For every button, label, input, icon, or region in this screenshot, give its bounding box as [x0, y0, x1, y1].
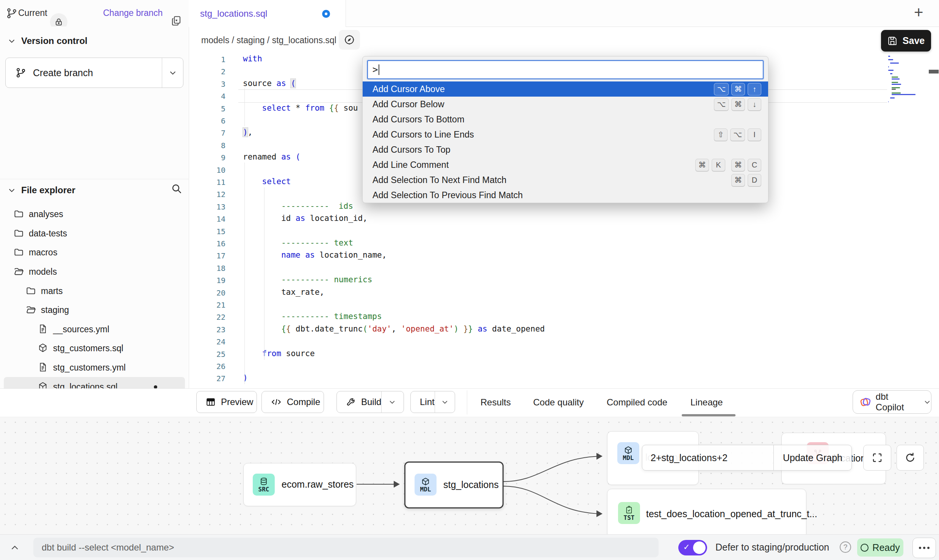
- line-number: 10: [189, 166, 225, 175]
- refresh-button[interactable]: [897, 445, 924, 471]
- create-branch-caret[interactable]: [162, 58, 183, 88]
- compile-button[interactable]: Compile: [261, 391, 324, 413]
- line-number: 14: [189, 214, 225, 224]
- code-line[interactable]: renamed as (: [243, 152, 300, 161]
- dbt-command-input[interactable]: dbt build --select <model_name>: [33, 538, 659, 557]
- create-branch-button[interactable]: Create branch: [5, 58, 183, 88]
- line-number: 2: [189, 67, 225, 76]
- lineage-node-stg-locations[interactable]: MDL stg_locations: [404, 461, 504, 508]
- palette-item-add-cursors-to-bottom[interactable]: Add Cursors To Bottom: [363, 112, 768, 127]
- more-options-button[interactable]: [912, 538, 936, 558]
- file-tree-item-stg-customers-yml[interactable]: stg_customers.yml: [0, 358, 189, 377]
- code-line[interactable]: ---------- timestamps: [243, 312, 382, 321]
- node-label: test_does_location_opened_at_trunc_t...: [646, 508, 817, 519]
- file-tree-item-marts[interactable]: marts: [0, 281, 189, 300]
- lineage-search-input[interactable]: 2+stg_locations+2: [642, 445, 773, 470]
- branch-bar: Current Change branch: [0, 0, 189, 27]
- file-label: marts: [41, 286, 63, 296]
- file-tree-item-models[interactable]: models: [0, 262, 189, 282]
- file-tree-item-staging[interactable]: staging: [0, 300, 189, 320]
- help-icon[interactable]: ?: [840, 541, 851, 553]
- lineage-node-ecom-raw-stores[interactable]: SRC ecom.raw_stores: [243, 463, 356, 506]
- source-badge: SRC: [253, 474, 275, 496]
- folder-icon: [14, 209, 24, 219]
- line-number: 20: [189, 288, 225, 297]
- dbt-copilot-label: dbt Copilot: [876, 391, 919, 413]
- code-line[interactable]: with: [243, 54, 262, 63]
- file-tree-item-analyses[interactable]: analyses: [0, 205, 189, 224]
- line-number: 8: [189, 141, 225, 150]
- code-line[interactable]: id as location_id,: [243, 214, 368, 223]
- tab-lineage-label: Lineage: [690, 397, 723, 408]
- tab-stg-locations[interactable]: stg_locations.sql: [189, 0, 346, 27]
- command-palette-list: Add Cursor Above⌥⌘↑Add Cursor Below⌥⌘↓Ad…: [363, 81, 768, 203]
- fullscreen-button[interactable]: [863, 445, 891, 471]
- keycap: ⌥: [714, 83, 729, 95]
- code-line[interactable]: from source: [243, 349, 315, 358]
- dbt-copilot-icon: [860, 396, 871, 408]
- file-label: models: [29, 267, 57, 277]
- lineage-search-value: 2+stg_locations+2: [651, 452, 728, 463]
- code-line[interactable]: ---------- text: [243, 238, 353, 247]
- palette-item-add-cursor-below[interactable]: Add Cursor Below⌥⌘↓: [363, 97, 768, 112]
- line-number: 11: [189, 178, 225, 187]
- code-line[interactable]: source as (: [243, 79, 296, 88]
- command-palette-input[interactable]: >: [367, 60, 764, 79]
- lint-button[interactable]: Lint: [410, 391, 455, 413]
- code-line[interactable]: ): [243, 373, 248, 382]
- tab-code-quality[interactable]: Code quality: [533, 389, 584, 416]
- build-button[interactable]: Build: [336, 391, 404, 413]
- code-line[interactable]: {{ dbt.date_trunc('day', 'opened_at') }}…: [243, 324, 545, 333]
- code-line[interactable]: ---------- numerics: [243, 275, 372, 284]
- chevron-down-icon: [8, 37, 16, 45]
- code-line[interactable]: select * from {{ sou: [243, 103, 358, 113]
- palette-item-add-selection-to-previous-find-match[interactable]: Add Selection To Previous Find Match: [363, 188, 768, 203]
- keycap: I: [748, 128, 761, 141]
- indent-guide: [244, 163, 245, 384]
- save-button[interactable]: Save: [881, 30, 931, 52]
- unsaved-dot-icon: [322, 10, 330, 18]
- build-caret[interactable]: [381, 391, 403, 413]
- palette-item-add-selection-to-next-find-match[interactable]: Add Selection To Next Find Match⌘D: [363, 172, 768, 188]
- node-label: stg_locations: [443, 479, 499, 490]
- code-line[interactable]: ---------- ids: [243, 202, 353, 211]
- copy-icon[interactable]: [171, 15, 182, 27]
- dbt-command-placeholder: dbt build --select <model_name>: [42, 542, 174, 553]
- palette-item-add-line-comment[interactable]: Add Line Comment⌘K⌘C: [363, 157, 768, 172]
- ready-status-badge[interactable]: Ready: [857, 538, 903, 557]
- lint-caret[interactable]: [435, 391, 455, 413]
- chevron-up-icon[interactable]: [10, 543, 20, 553]
- preview-button[interactable]: Preview: [196, 391, 257, 413]
- file-tree-item-data-tests[interactable]: data-tests: [0, 224, 189, 243]
- file-tree-item--sources-yml[interactable]: __sources.yml: [0, 320, 189, 339]
- tab-results[interactable]: Results: [480, 389, 511, 416]
- file-tree-item-macros[interactable]: macros: [0, 243, 189, 262]
- update-graph-button[interactable]: Update Graph: [773, 445, 851, 470]
- search-icon[interactable]: [171, 183, 183, 195]
- editor-minimap[interactable]: [887, 53, 937, 137]
- line-number: 27: [189, 374, 225, 383]
- lineage-node-test[interactable]: TST test_does_location_opened_at_trunc_t…: [607, 489, 806, 535]
- tab-compiled-code[interactable]: Compiled code: [607, 389, 667, 416]
- change-branch-link[interactable]: Change branch: [103, 8, 163, 18]
- code-line[interactable]: tax_rate,: [243, 288, 324, 297]
- dbt-copilot-button[interactable]: dbt Copilot: [853, 390, 931, 414]
- palette-item-add-cursors-to-line-ends[interactable]: Add Cursors to Line Ends⇧⌥I: [363, 127, 768, 142]
- new-tab-button[interactable]: +: [914, 5, 923, 20]
- defer-toggle[interactable]: ✓: [678, 540, 707, 555]
- file-tree-item-stg-customers-sql[interactable]: stg_customers.sql: [0, 339, 189, 358]
- code-line[interactable]: select: [243, 177, 291, 186]
- file-explorer-header[interactable]: File explorer: [8, 185, 75, 196]
- minimap-line: [890, 63, 899, 64]
- palette-item-label: Add Selection To Previous Find Match: [372, 190, 761, 200]
- refresh-icon: [904, 452, 916, 464]
- version-control-header[interactable]: Version control: [8, 36, 88, 46]
- minimap-slider[interactable]: [929, 70, 939, 74]
- palette-item-add-cursor-above[interactable]: Add Cursor Above⌥⌘↑: [363, 81, 768, 97]
- tab-lineage[interactable]: Lineage: [690, 389, 723, 416]
- tab-code-quality-label: Code quality: [533, 397, 584, 408]
- panel-toolbar: Preview Compile Build: [0, 389, 939, 417]
- lineage-graph[interactable]: MDL locations locations: [0, 417, 939, 535]
- code-line[interactable]: ),: [243, 128, 252, 137]
- palette-item-add-cursors-to-top[interactable]: Add Cursors To Top: [363, 142, 768, 157]
